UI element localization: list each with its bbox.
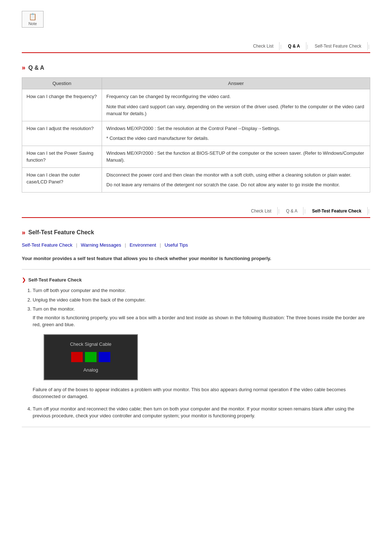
tab-qa-1[interactable]: Q & A xyxy=(282,42,306,50)
arrow-icon: ❯ xyxy=(22,277,26,283)
signal-colors-row xyxy=(52,352,130,362)
failure-note: Failure of any of the boxes to appear in… xyxy=(33,386,370,400)
qa-answer-4: Disconnect the power cord and then clean… xyxy=(102,167,370,192)
note-image-icon: 📋 xyxy=(29,13,37,21)
list-item: Turn off both your computer and the moni… xyxy=(33,287,370,294)
signal-box-analog-label: Analog xyxy=(52,366,130,374)
selftest-section-icon: » xyxy=(22,229,25,236)
signal-box-title: Check Signal Cable xyxy=(52,341,130,348)
steps-list-4: Turn off your monitor and reconnect the … xyxy=(33,405,370,420)
note-icon-area: 📋 Note xyxy=(22,11,370,28)
list-item: Turn off your monitor and reconnect the … xyxy=(33,405,370,420)
note-label: Note xyxy=(28,21,37,26)
selftest-intro: Your monitor provides a self test featur… xyxy=(22,255,370,262)
qa-question-1: How can I change the frequency? xyxy=(22,89,102,121)
subnav-usefultips[interactable]: Useful Tips xyxy=(164,242,188,248)
self-test-section: » Self-Test Feature Check Self-Test Feat… xyxy=(22,229,370,427)
divider-1 xyxy=(22,269,370,270)
divider-2 xyxy=(22,427,370,427)
tab-qa-2[interactable]: Q & A xyxy=(280,207,303,215)
qa-answer-1: Frequency can be changed by reconfigurin… xyxy=(102,89,370,121)
nav-tabs-2: Check List | Q & A | Self-Test Feature C… xyxy=(22,207,370,218)
list-item: Turn on the monitor. If the monitor is f… xyxy=(33,305,370,400)
steps-list: Turn off both your computer and the moni… xyxy=(33,287,370,400)
selftest-sub-title: Self-Test Feature Check xyxy=(28,277,82,283)
tab-checklist-1[interactable]: Check List xyxy=(247,42,279,50)
qa-answer-3: Windows ME/XP/2000 : Set the function at… xyxy=(102,146,370,167)
signal-cable-illustration: Check Signal Cable Analog xyxy=(44,334,138,380)
table-row: How can I clean the outer case/LCD Panel… xyxy=(22,167,370,192)
qa-answer-2: Windows ME/XP/2000 : Set the resolution … xyxy=(102,121,370,146)
step3-note: If the monitor is functioning properly, … xyxy=(33,314,370,328)
subnav-warning[interactable]: Warning Messages xyxy=(81,242,121,248)
tab-selftest-2[interactable]: Self-Test Feature Check xyxy=(306,207,368,215)
subnav-environment[interactable]: Environment xyxy=(130,242,156,248)
tab-selftest-1[interactable]: Self-Test Feature Check xyxy=(309,42,368,50)
step3-text: Turn on the monitor. xyxy=(33,306,75,312)
qa-section-icon: » xyxy=(22,64,25,72)
qa-table: Question Answer How can I change the fre… xyxy=(22,77,370,193)
red-box xyxy=(71,352,83,362)
qa-section-title: Q & A xyxy=(28,65,44,71)
selftest-section-header: » Self-Test Feature Check xyxy=(22,229,370,236)
qa-col-answer: Answer xyxy=(102,78,370,89)
table-row: How can I change the frequency? Frequenc… xyxy=(22,89,370,121)
qa-question-4: How can I clean the outer case/LCD Panel… xyxy=(22,167,102,192)
blue-box xyxy=(99,352,110,362)
green-box xyxy=(85,352,97,362)
qa-question-3: How can I set the Power Saving function? xyxy=(22,146,102,167)
subnav-selftest[interactable]: Self-Test Feature Check xyxy=(22,242,72,248)
table-row: How can I adjust the resolution? Windows… xyxy=(22,121,370,146)
qa-col-question: Question xyxy=(22,78,102,89)
nav-tabs-1: Check List | Q & A | Self-Test Feature C… xyxy=(22,42,370,53)
table-row: How can I set the Power Saving function?… xyxy=(22,146,370,167)
selftest-sub-nav: Self-Test Feature Check | Warning Messag… xyxy=(22,242,370,248)
qa-question-2: How can I adjust the resolution? xyxy=(22,121,102,146)
selftest-sub-section-header: ❯ Self-Test Feature Check xyxy=(22,277,370,283)
list-item: Unplug the video cable from the back of … xyxy=(33,296,370,304)
selftest-section-title: Self-Test Feature Check xyxy=(28,229,94,236)
tab-checklist-2[interactable]: Check List xyxy=(245,207,278,215)
note-icon: 📋 Note xyxy=(22,11,44,28)
qa-section-header: » Q & A xyxy=(22,64,370,72)
step4-text: Turn off your monitor and reconnect the … xyxy=(33,406,354,419)
